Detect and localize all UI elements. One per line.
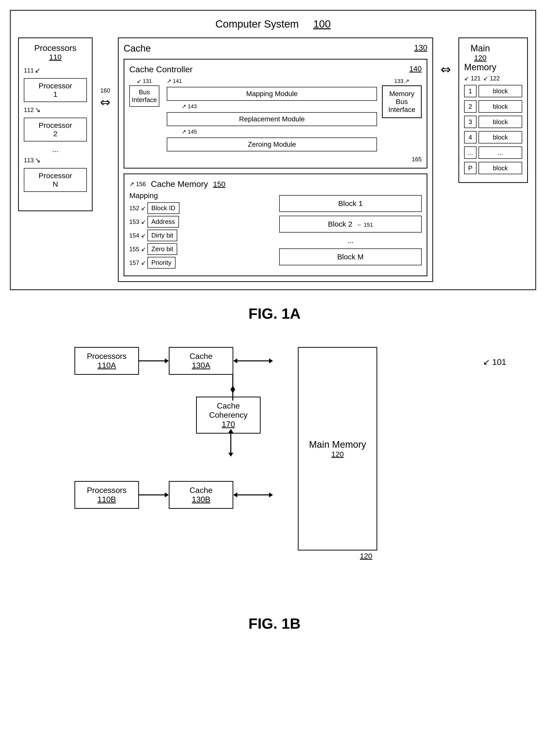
processor-n-label: Processor N xyxy=(27,172,83,188)
fig1a-caption: FIG. 1A xyxy=(10,305,539,322)
main-memory-block: Main 120 Memory ↙ 121 ↙ 122 1 block 2 bl… xyxy=(458,37,528,183)
mm-row: 1 block xyxy=(464,85,522,97)
cache-title-label: Cache xyxy=(124,43,151,54)
ref-120-1b: 120 xyxy=(360,552,372,560)
arrow-110a-to-130a xyxy=(139,358,169,363)
fig1b-top-row: Processors 110A Cache 130A xyxy=(74,347,273,375)
processors-110a-box: Processors 110A xyxy=(74,347,139,375)
cache-130b-box: Cache 130B xyxy=(169,481,233,509)
priority-row: 157 ↙ Priority xyxy=(129,257,272,269)
processor-2-label: Processor 2 xyxy=(27,121,83,138)
dirty-bit-box: Dirty bit xyxy=(147,230,177,241)
cache-coherency-box: Cache Coherency 170 xyxy=(196,397,261,434)
ref-165: 165 xyxy=(129,156,422,163)
processors-110b-ref: 110B xyxy=(81,495,132,504)
cache-memory-block: ↗ 156 Cache Memory 150 Mapping 152 ↙ Blo… xyxy=(124,173,427,276)
ref-152: 152 ↙ xyxy=(129,205,146,212)
mm-row: P block xyxy=(464,162,522,174)
ref-154: 154 ↙ xyxy=(129,232,146,239)
mm-row: 4 block xyxy=(464,131,522,143)
bus-arrow-160: 160 ⇔ xyxy=(100,87,110,109)
block-2-label: Block 2 xyxy=(328,220,352,228)
ref-156: ↗ 156 xyxy=(129,181,146,188)
priority-box: Priority xyxy=(147,257,175,269)
cache-memory-title: Cache Memory xyxy=(151,179,208,189)
cache-130a-ref: 130A xyxy=(175,361,227,370)
fig1b-bottom-row: Processors 110B Cache 130B xyxy=(74,481,273,509)
ref-121: ↙ 121 xyxy=(464,75,481,82)
fig1b-corner-ref: ↙ 101 xyxy=(483,357,506,367)
cache-controller-block: Cache Controller 140 ↙ 131 BusInterface xyxy=(124,59,427,169)
zero-bit-box: Zero bit xyxy=(147,243,177,255)
ref-153: 153 ↙ xyxy=(129,218,146,225)
dirty-bit-row: 154 ↙ Dirty bit xyxy=(129,230,272,241)
main-memory-1b-ref: 120 xyxy=(331,450,344,458)
ref-111: 111 xyxy=(24,67,34,74)
cache-coherency-ref: 170 xyxy=(203,420,254,429)
processor-dots: ... xyxy=(24,145,87,154)
processors-ref-110: 110 xyxy=(24,53,87,61)
mm-num: 4 xyxy=(464,131,477,143)
ref-160: 160 xyxy=(100,87,110,94)
main-memory-ref-120: 120 xyxy=(464,54,496,62)
processor-n-box: Processor N xyxy=(24,168,87,192)
mapping-section-title: Mapping xyxy=(129,191,272,200)
mm-num: P xyxy=(464,162,477,174)
bidir-arrow-165: ⇔ xyxy=(441,62,451,77)
ref-157: 157 ↙ xyxy=(129,259,146,266)
cache-memory-ref: 150 xyxy=(213,180,225,188)
cache-controller-title: Cache Controller xyxy=(129,65,193,74)
main-memory-title2: Memory xyxy=(464,62,496,72)
fig1a-title: Computer System 100 xyxy=(18,18,528,30)
block-dots: ... xyxy=(279,236,422,245)
processor-2-box: Processor 2 xyxy=(24,118,87,141)
computer-system-label: Computer System xyxy=(215,18,299,30)
mbi-to-mm-arrow: ⇔ xyxy=(441,62,451,77)
fig1b-caption: FIG. 1B xyxy=(10,615,539,632)
cache-130a-box: Cache 130A xyxy=(169,347,233,375)
block-id-box: Block ID xyxy=(147,202,179,214)
mm-block: block xyxy=(479,162,522,174)
processors-110b-box: Processors 110B xyxy=(74,481,139,509)
fig1b-diagram: ↙ 101 Processors 110A Cache 130A xyxy=(10,337,536,605)
ref-133: 133 ↗ xyxy=(394,78,410,84)
ref-131: ↙ 131 xyxy=(137,78,152,84)
ref-113: 113 xyxy=(24,157,34,164)
processors-110a-ref: 110A xyxy=(81,361,132,370)
outer-ref-100: 100 xyxy=(313,18,331,30)
replacement-module-box: Replacement Module xyxy=(167,112,377,126)
ref-101: 101 xyxy=(492,357,506,367)
ref-141: ↗ 141 xyxy=(167,78,182,84)
mm-num: 1 xyxy=(464,85,477,97)
ref-145: ↗ 145 xyxy=(182,129,377,135)
mm-row: 3 block xyxy=(464,116,522,128)
mm-num: 2 xyxy=(464,100,477,113)
ref-151: ← 151 xyxy=(357,222,373,228)
mapping-module-box: Mapping Module xyxy=(167,87,377,101)
main-memory-title: Main xyxy=(464,43,496,54)
bidir-arrow-160: ⇔ xyxy=(100,95,110,109)
processors-block: Processors 110 111 ↙ Processor 1 112 ↘ P… xyxy=(18,37,93,211)
mm-num: ... xyxy=(464,146,477,159)
memory-bus-label: Memory Bus Interface xyxy=(388,90,415,114)
fig1a-diagram: Computer System 100 Processors 110 111 ↙… xyxy=(10,10,536,290)
arrow-130b-to-mm xyxy=(233,492,273,497)
cache-130b-ref: 130B xyxy=(175,495,227,504)
cache-controller-ref: 140 xyxy=(409,65,422,74)
mm-row: 2 block xyxy=(464,100,522,113)
main-memory-rows: 1 block 2 block 3 block 4 block ... ... … xyxy=(464,85,522,174)
processor-1-box: Processor 1 xyxy=(24,78,87,102)
main-memory-1b-box: Main Memory 120 xyxy=(298,347,377,550)
cache-130b-label: Cache xyxy=(175,486,227,495)
cache-130a-label: Cache xyxy=(175,352,227,361)
block-2-box: Block 2 ← 151 xyxy=(279,216,422,233)
main-memory-1b-label: Main Memory xyxy=(309,439,366,450)
bus-interface-box: BusInterface xyxy=(129,85,159,107)
cache-ref-130: 130 xyxy=(414,43,427,52)
memory-bus-interface-box: Memory Bus Interface xyxy=(382,85,422,118)
mm-num: 3 xyxy=(464,116,477,128)
block-id-row: 152 ↙ Block ID xyxy=(129,202,272,214)
address-box: Address xyxy=(147,216,179,228)
mm-block: block xyxy=(479,85,522,97)
mm-row: ... ... xyxy=(464,146,522,159)
